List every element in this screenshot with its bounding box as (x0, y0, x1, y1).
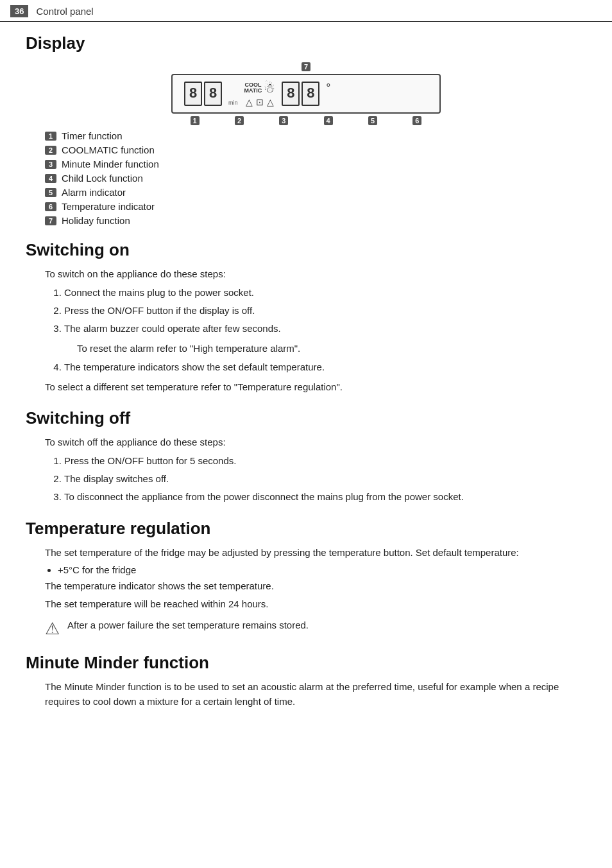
minute-minder-heading: Minute Minder function (26, 653, 586, 673)
switching-off-step-3: To disconnect the appliance from the pow… (64, 489, 586, 505)
page-header: 36 Control panel (0, 0, 612, 22)
switching-off-step-2: The display switches off. (64, 471, 586, 487)
page-title: Control panel (36, 6, 93, 17)
func-num-4: 4 (45, 174, 56, 183)
function-item-5: 5 Alarm indicator (45, 187, 586, 198)
switching-on-step4-indent: To select a different set temperature re… (45, 379, 586, 394)
switching-off-heading: Switching off (26, 408, 586, 428)
switching-on-section: Switching on To switch on the appliance … (26, 240, 586, 394)
switching-off-step-1: Press the ON/OFF button for 5 seconds. (64, 453, 586, 469)
temperature-regulation-text3: The set temperature will be reached with… (45, 596, 586, 611)
switching-on-step-3: The alarm buzzer could operate after few… (64, 321, 586, 337)
minute-minder-text: The Minute Minder function is to be used… (45, 679, 586, 709)
func-num-2: 2 (45, 146, 56, 155)
func-label-5: Alarm indicator (62, 187, 126, 198)
switching-on-step-4: The temperature indicators show the set … (64, 360, 586, 376)
func-num-5: 5 (45, 188, 56, 197)
alarm-icon: △ (267, 97, 274, 107)
warning-icon: ⚠ (45, 619, 60, 639)
display-diagram: 7 8 8 min COOLMATIC ☃ △ (26, 62, 586, 125)
switching-on-step-1: Connect the mains plug to the power sock… (64, 285, 586, 301)
warning-row: ⚠ After a power failure the set temperat… (45, 618, 586, 639)
middle-section: COOLMATIC ☃ △ ⊡ △ (244, 80, 276, 107)
function-list: 1 Timer function 2 COOLMATIC function 3 … (45, 130, 586, 226)
left-digit-group: 8 8 (184, 82, 222, 106)
func-num-1: 1 (45, 132, 56, 141)
switching-on-step3-indent: To reset the alarm refer to "High temper… (77, 341, 586, 356)
coolmatic-label: COOLMATIC (244, 82, 262, 94)
switching-on-step4-list: The temperature indicators show the set … (64, 360, 586, 376)
temperature-bullet-1: +5°C for the fridge (58, 564, 586, 575)
warning-text: After a power failure the set temperatur… (67, 618, 309, 632)
func-num-3: 3 (45, 160, 56, 169)
switching-on-heading: Switching on (26, 240, 586, 260)
switching-on-steps: Connect the mains plug to the power sock… (64, 285, 586, 336)
switching-on-step-2: Press the ON/OFF button if the display i… (64, 303, 586, 319)
digit-1b: 8 (204, 82, 222, 106)
switching-off-steps: Press the ON/OFF button for 5 seconds. T… (64, 453, 586, 505)
minute-minder-section: Minute Minder function The Minute Minder… (26, 653, 586, 709)
diagram-label-3: 3 (279, 116, 288, 125)
temperature-regulation-heading: Temperature regulation (26, 519, 586, 539)
main-content: Display 7 8 8 min COOLMATIC ☃ (0, 33, 612, 743)
func-label-3: Minute Minder function (62, 159, 159, 169)
icons-row: △ ⊡ △ (246, 97, 274, 107)
function-item-3: 3 Minute Minder function (45, 159, 586, 169)
display-section: Display 7 8 8 min COOLMATIC ☃ (26, 33, 586, 226)
func-label-2: COOLMATIC function (62, 144, 155, 155)
min-label: min (228, 100, 238, 106)
temperature-regulation-text1: The set temperature of the fridge may be… (45, 545, 586, 560)
diagram-label-2: 2 (235, 116, 244, 125)
lock-icon: ⊡ (256, 97, 264, 107)
right-digit-group: 8 8 (282, 82, 319, 106)
diagram-label-6: 6 (412, 116, 421, 125)
diagram-label-7: 7 (302, 62, 310, 71)
bell-icon: △ (246, 97, 253, 107)
function-item-2: 2 COOLMATIC function (45, 144, 586, 155)
digit-6b: 8 (302, 82, 319, 106)
temperature-regulation-section: Temperature regulation The set temperatu… (26, 519, 586, 639)
func-label-1: Timer function (62, 130, 122, 141)
diagram-label-4: 4 (324, 116, 333, 125)
function-item-6: 6 Temperature indicator (45, 201, 586, 212)
diagram-bottom-labels: 1 2 3 4 5 6 (171, 116, 441, 125)
temperature-bullet-list: +5°C for the fridge (58, 564, 586, 575)
func-num-6: 6 (45, 202, 56, 211)
diagram-label-1: 1 (191, 116, 200, 125)
digit-1a: 8 (184, 82, 202, 106)
digit-6a: 8 (282, 82, 300, 106)
switching-off-intro: To switch off the appliance do these ste… (45, 435, 586, 449)
function-item-7: 7 Holiday function (45, 215, 586, 226)
display-heading: Display (26, 33, 586, 53)
func-num-7: 7 (45, 216, 56, 225)
switching-off-section: Switching off To switch off the applianc… (26, 408, 586, 505)
func-label-6: Temperature indicator (62, 201, 155, 212)
function-item-1: 1 Timer function (45, 130, 586, 141)
diagram-label-5: 5 (368, 116, 377, 125)
temperature-regulation-text2: The temperature indicator shows the set … (45, 578, 586, 593)
coolmatic-icon: ☃ (264, 80, 275, 96)
func-label-4: Child Lock function (62, 173, 143, 184)
diagram-top-label-row: 7 (171, 62, 441, 71)
degree-symbol: ° (326, 82, 330, 95)
function-item-4: 4 Child Lock function (45, 173, 586, 184)
func-label-7: Holiday function (62, 215, 130, 226)
page-number: 36 (10, 5, 28, 17)
display-panel: 8 8 min COOLMATIC ☃ △ ⊡ △ (171, 74, 441, 114)
switching-on-intro: To switch on the appliance do these step… (45, 266, 586, 281)
